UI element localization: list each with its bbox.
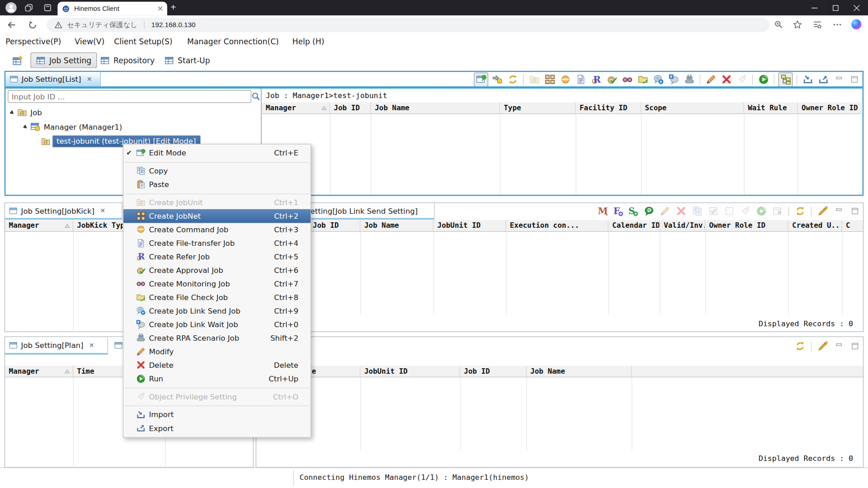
tab-job-setting-jobkick[interactable]: Job Setting[JobKick] ✕ [5,204,123,218]
column-header[interactable]: Job Name [371,103,500,113]
new-tab-button[interactable]: + [170,2,176,13]
create-approval-job-icon[interactable] [605,73,618,86]
object-privilege-icon[interactable] [738,204,751,217]
checkbox-off-icon[interactable] [722,204,736,217]
close-icon[interactable]: ✕ [100,207,105,215]
menu-item-create-refer-job[interactable]: Create Refer JobCtrl+5 [123,250,311,263]
modify-icon[interactable] [704,73,717,86]
facility-badge-icon[interactable]: F [612,204,624,217]
menu-item-create-jobunit[interactable]: Create JobUnitCtrl+1 [123,196,311,209]
tab-close-icon[interactable] [158,6,163,11]
pin-icon[interactable] [816,204,829,217]
import-icon[interactable] [801,73,814,86]
menu-item-create-rpa-scenario-job[interactable]: Create RPA Scenario JobShift+2 [123,331,311,345]
column-header[interactable]: Job ID [309,220,360,231]
minimize-view-icon[interactable] [832,73,845,86]
column-header[interactable]: Calendar ID [609,220,660,231]
browser-tab[interactable]: Hinemos Client [57,2,167,16]
workspaces-icon[interactable] [24,3,33,12]
export-icon[interactable] [816,73,830,86]
edit-mode-icon[interactable] [474,72,488,87]
copy-icon[interactable] [690,204,703,217]
column-header[interactable]: Job ID [460,366,527,376]
zoom-icon[interactable] [774,20,783,29]
maximize-view-icon[interactable] [848,204,861,217]
menu-item-create-file-check-job[interactable]: Create File Check JobCtrl+8 [123,291,311,304]
menu-perspective[interactable]: Perspective(P) [5,37,61,46]
expander-icon[interactable] [23,124,28,129]
menu-item-create-monitoring-job[interactable]: Create Monitoring JobCtrl+7 [123,277,311,291]
bookmark-star-icon[interactable] [793,20,802,29]
message-bubble-icon[interactable] [642,204,655,217]
window-close-button[interactable] [846,0,867,15]
column-header[interactable]: Owner Role ID [797,103,862,113]
refresh-icon[interactable] [506,73,519,86]
refresh-icon[interactable] [793,339,807,352]
tree-item-manager[interactable]: Manager (Manager1) [22,119,122,134]
open-perspective-icon[interactable] [12,55,23,66]
create-file-transfer-job-icon[interactable] [574,73,587,86]
copilot-icon[interactable] [851,19,861,29]
more-menu-icon[interactable] [833,20,842,29]
window-maximize-button[interactable] [825,0,846,15]
menu-item-create-approval-job[interactable]: Create Approval JobCtrl+6 [123,263,311,277]
job-id-search-input[interactable] [8,90,251,103]
column-header[interactable]: Owner Role ID [705,220,788,231]
checkbox-on-icon[interactable] [706,204,719,217]
column-header[interactable]: JobUnit ID [434,220,506,231]
menu-item-create-job-link-wait-job[interactable]: Create Job Link Wait JobCtrl+0 [123,318,311,331]
column-header[interactable]: Job ID [330,103,371,113]
create-job-link-send-job-icon[interactable] [651,73,665,86]
create-monitoring-job-icon[interactable] [621,73,634,86]
menu-item-create-file-transfer-job[interactable]: Create File-transfer JobCtrl+4 [123,236,311,250]
pin-icon[interactable] [816,339,829,352]
column-header[interactable]: Created U... [788,220,842,231]
column-header[interactable]: Wait Rule [744,103,798,113]
perspective-tab-repository[interactable]: Repository [95,52,160,68]
profile-avatar[interactable] [5,2,16,13]
tree-view-icon[interactable] [778,72,793,87]
tab-job-setting-list[interactable]: Job Setting[List] ✕ [5,72,101,86]
modify-icon[interactable] [658,204,671,217]
column-header[interactable]: Type [500,103,576,113]
manager-badge-icon[interactable]: M [597,204,609,217]
column-header[interactable]: JobUnit ID [360,366,460,376]
menu-item-export[interactable]: Export [123,421,311,435]
window-minimize-button[interactable] [804,0,825,15]
column-header[interactable]: Job Name [526,366,632,376]
refresh-icon[interactable] [793,204,807,217]
minimize-view-icon[interactable] [832,204,845,217]
menu-item-create-command-job[interactable]: Create Command JobCtrl+3 [123,223,311,236]
delete-icon[interactable] [674,204,687,217]
calendar-delete-icon[interactable] [770,204,783,217]
column-header[interactable]: Manager [5,220,73,231]
copy-object-icon[interactable] [491,73,504,86]
run-icon[interactable] [755,204,768,217]
column-header[interactable]: Manager [5,366,73,376]
menu-item-copy[interactable]: Copy [123,164,311,178]
create-jobnet-icon[interactable] [543,73,556,86]
favorites-icon[interactable] [813,20,822,29]
close-icon[interactable]: ✕ [89,342,94,349]
back-icon[interactable] [7,20,17,30]
maximize-view-icon[interactable] [848,339,861,352]
perspective-tab-job-setting[interactable]: Job Setting [30,52,97,68]
expander-icon[interactable] [10,110,15,115]
tab-job-setting-plan[interactable]: Job Setting[Plan] ✕ [5,338,108,353]
maximize-view-icon[interactable] [848,73,861,86]
menu-item-delete[interactable]: DeleteDelete [123,358,311,372]
menu-item-modify[interactable]: Modify [123,345,311,358]
tree-item-job[interactable]: Job [9,105,42,120]
column-header[interactable]: C [842,220,863,231]
tab-actions-icon[interactable] [43,3,52,12]
menu-manager-connection[interactable]: Manager Connection(C) [187,37,279,46]
menu-client-setup[interactable]: Client Setup(S) [114,37,172,46]
close-icon[interactable]: ✕ [87,75,92,83]
column-header[interactable]: Execution con... [506,220,609,231]
create-jobunit-icon[interactable] [528,73,541,86]
column-header[interactable]: Valid/Inv... [660,220,705,231]
search-icon[interactable] [251,92,261,101]
url-field[interactable]: セキュリティ保護なし 192.168.0.130 [47,18,769,32]
create-rpa-scenario-job-icon[interactable] [683,73,696,86]
column-header[interactable]: Job Name [360,220,434,231]
